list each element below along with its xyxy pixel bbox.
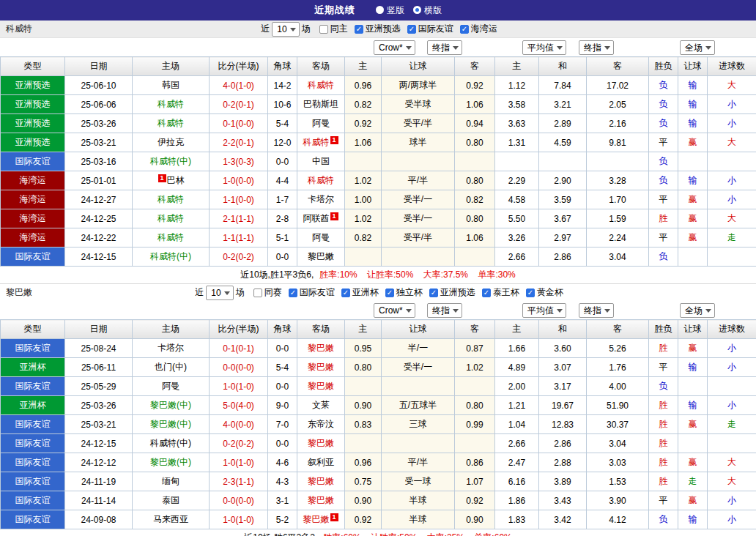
final-odds-select[interactable]: 终指: [427, 40, 462, 55]
vertical-layout-radio[interactable]: [376, 6, 384, 14]
final-odds-select[interactable]: 终指: [579, 303, 614, 318]
corners-cell: 7-0: [268, 415, 297, 434]
home-odds-cell: 0.82: [345, 95, 382, 114]
avg-home-cell: 1.86: [495, 491, 539, 510]
column-header: 比分(半场): [210, 320, 268, 339]
away-team-name: 中国: [312, 156, 330, 166]
date-cell: 25-01-01: [65, 171, 133, 190]
corners-cell: 5-4: [268, 358, 297, 377]
match-row: 国际友谊25-05-29阿曼1-0(1-0)0-0黎巴嫩2.003.174.00…: [1, 377, 756, 396]
home-team-name: 缅甸: [162, 476, 179, 486]
checkbox-checked[interactable]: [407, 25, 416, 34]
away-team-cell: 科威特1: [297, 133, 345, 152]
handicap-result-cell: 输: [678, 510, 708, 529]
home-odds-cell: 1.02: [345, 209, 382, 228]
away-team-name: 文莱: [312, 400, 330, 410]
corners-cell: 4-3: [268, 472, 297, 491]
avg-away-cell: 1.70: [587, 190, 649, 209]
away-team-cell: 文莱: [297, 396, 345, 415]
avg-draw-cell: 2.89: [539, 114, 587, 133]
match-row: 海湾运25-01-011巴林1-0(0-0)4-4科威特1.02平/半0.802…: [1, 171, 756, 190]
handicap-result-cell: [678, 377, 708, 396]
average-odds-select[interactable]: 平均值: [522, 40, 566, 55]
result-cell: 负: [649, 76, 678, 95]
away-team-cell: 黎巴嫩: [297, 247, 345, 267]
away-team-name: 东帝汶: [308, 419, 334, 429]
horizontal-layout-radio[interactable]: [413, 6, 421, 14]
filter-checkbox-item[interactable]: 同赛: [253, 286, 282, 299]
competition-type-cell: 亚洲预选: [1, 114, 65, 133]
checkbox-checked[interactable]: [289, 289, 297, 297]
avg-draw-cell: 19.67: [539, 396, 587, 415]
avg-away-cell: 4.00: [587, 377, 649, 396]
games-count-select[interactable]: 10: [206, 286, 233, 300]
average-odds-select[interactable]: 平均值: [522, 303, 566, 318]
competition-type-cell: 国际友谊: [1, 510, 65, 529]
filter-checkbox-item[interactable]: 海湾运: [460, 23, 497, 35]
avg-draw-cell: 12.83: [539, 415, 587, 434]
column-header: 和: [539, 57, 587, 76]
match-row: 国际友谊24-11-19缅甸2-3(1-1)4-3黎巴嫩0.75受一球1.076…: [1, 472, 756, 491]
score-cell: 0-0(0-0): [210, 358, 268, 377]
filter-checkbox-item[interactable]: 亚洲预选: [429, 286, 475, 299]
checkbox-checked[interactable]: [460, 25, 469, 34]
handicap-result-cell: 输: [678, 358, 708, 377]
handicap-result-cell: [678, 247, 708, 267]
checkbox-checked[interactable]: [355, 25, 363, 34]
filter-checkbox-item[interactable]: 国际友谊: [289, 286, 335, 299]
match-row: 亚洲杯25-03-26黎巴嫩(中)5-0(4-0)9-0文莱0.90五/五球半0…: [1, 396, 756, 415]
away-team-name: 黎巴嫩: [308, 251, 334, 261]
home-team-cell: 科威特(中): [133, 434, 210, 453]
handicap-line-cell: 半球: [382, 491, 455, 510]
filter-checkbox-item[interactable]: 亚洲预选: [355, 23, 401, 35]
home-team-name: 科威特: [158, 118, 184, 128]
away-team-name: 黎巴嫩: [308, 362, 334, 372]
away-team-name: 科威特: [308, 175, 334, 185]
handicap-result-cell: 赢: [678, 190, 708, 209]
avg-draw-cell: [539, 152, 587, 171]
checkbox-unchecked[interactable]: [253, 289, 262, 297]
score-cell: 2-2(0-1): [210, 133, 268, 152]
column-header: 客: [587, 57, 649, 76]
filter-checkbox-item[interactable]: 泰王杯: [482, 286, 519, 299]
bookmaker-select[interactable]: Crow*: [374, 303, 415, 318]
away-team-cell: 阿曼: [297, 228, 345, 247]
checkbox-checked[interactable]: [482, 289, 491, 297]
away-odds-cell: 0.92: [455, 491, 495, 510]
checkbox-checked[interactable]: [429, 289, 438, 297]
checkbox-checked[interactable]: [385, 289, 394, 297]
away-odds-cell: [455, 152, 495, 171]
filter-checkbox-label: 黄金杯: [537, 286, 563, 299]
avg-home-cell: 1.21: [495, 396, 539, 415]
competition-type-cell: 海湾运: [1, 209, 65, 228]
score-cell: 1-3(0-3): [210, 152, 268, 171]
away-odds-cell: 1.02: [455, 358, 495, 377]
handicap-result-cell: 输: [678, 95, 708, 114]
match-scope-select[interactable]: 全场: [680, 40, 715, 55]
filter-checkbox-item[interactable]: 同主: [319, 23, 348, 35]
avg-away-cell: 3.04: [587, 247, 649, 267]
checkbox-checked[interactable]: [341, 289, 350, 297]
filter-checkbox-item[interactable]: 黄金杯: [526, 286, 563, 299]
bookmaker-select[interactable]: Crow*: [374, 40, 415, 55]
avg-draw-cell: 3.67: [539, 209, 587, 228]
home-odds-cell: [345, 377, 382, 396]
filter-checkbox-item[interactable]: 亚洲杯: [341, 286, 379, 299]
checkbox-checked[interactable]: [526, 289, 535, 297]
handicap-line-cell: 受半球: [382, 95, 455, 114]
match-row: 亚洲预选25-03-26科威特0-1(0-0)5-4阿曼0.92受平/半0.94…: [1, 114, 756, 133]
final-odds-select[interactable]: 终指: [579, 40, 614, 55]
home-team-cell: 缅甸: [133, 472, 210, 491]
match-scope-select[interactable]: 全场: [680, 303, 715, 318]
final-odds-select[interactable]: 终指: [427, 303, 462, 318]
checkbox-unchecked[interactable]: [319, 25, 328, 34]
column-header: 胜负: [649, 57, 678, 76]
games-count-select[interactable]: 10: [272, 22, 299, 37]
filter-checkbox-item[interactable]: 国际友谊: [407, 23, 453, 35]
filter-checkbox-item[interactable]: 独立杯: [385, 286, 423, 299]
away-odds-cell: 0.80: [455, 396, 495, 415]
column-header: 让球: [382, 320, 455, 339]
summary-row: 近10场,胜1平3负6,胜率:10% 让胜率:50% 大率:37.5% 单率:3…: [0, 267, 756, 284]
match-row: 海湾运24-12-25科威特2-1(1-1)2-8阿联酋11.02受半/一0.8…: [1, 209, 756, 228]
avg-draw-cell: 2.88: [539, 453, 587, 472]
